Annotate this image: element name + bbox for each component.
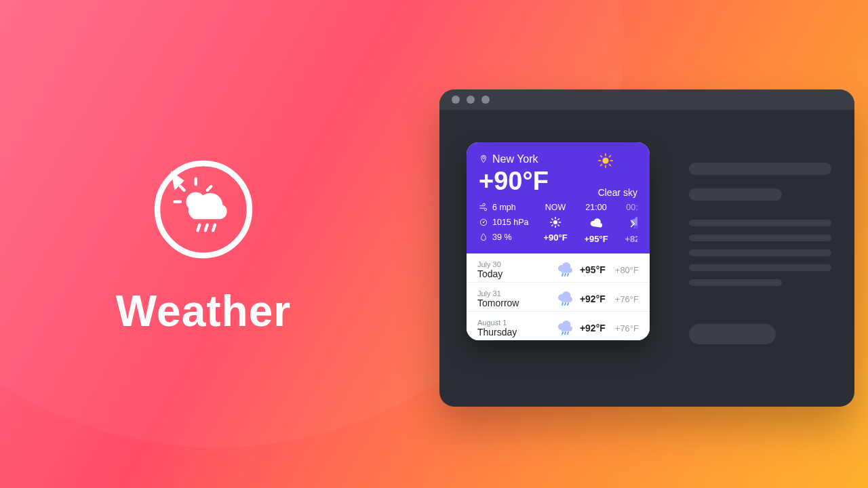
hourly-temp: +95°F bbox=[584, 234, 608, 244]
condition-text: Clear sky bbox=[598, 187, 637, 198]
cloud-rain-icon bbox=[557, 291, 574, 307]
daily-day: Tomorrow bbox=[477, 298, 519, 308]
skeleton-button bbox=[689, 324, 776, 344]
daily-date: August 1 bbox=[477, 319, 517, 327]
daily-high: +92°F bbox=[580, 293, 606, 304]
daily-row[interactable]: August 1 Thursday +92°F +76°F bbox=[467, 311, 650, 340]
hero-title: Weather bbox=[116, 286, 291, 336]
hourly-forecast[interactable]: NOW +90°F 21:00 +95°F 00:00 bbox=[538, 203, 637, 244]
svg-line-31 bbox=[205, 225, 208, 231]
daily-low: +76°F bbox=[615, 323, 639, 333]
traffic-light-close-icon[interactable] bbox=[452, 96, 460, 104]
browser-window: New York +90°F Clear sky 6 mph 1015 hPa … bbox=[439, 89, 854, 407]
humidity-icon bbox=[479, 232, 488, 242]
wind-value: 6 mph bbox=[492, 203, 516, 212]
humidity-value: 39 % bbox=[492, 232, 512, 242]
daily-row[interactable]: July 30 Today +95°F +80°F bbox=[467, 253, 650, 282]
svg-line-32 bbox=[213, 225, 215, 231]
condition-sun-icon bbox=[598, 153, 637, 168]
skeleton-line bbox=[689, 235, 831, 241]
svg-line-30 bbox=[198, 225, 200, 231]
daily-low: +80°F bbox=[615, 265, 639, 275]
traffic-light-minimize-icon[interactable] bbox=[467, 96, 475, 104]
cloud-rain-icon bbox=[557, 320, 574, 336]
daily-day: Thursday bbox=[477, 327, 517, 338]
svg-line-28 bbox=[180, 186, 184, 190]
cloud-icon bbox=[589, 216, 603, 230]
hourly-scroll-right-button[interactable] bbox=[627, 218, 637, 230]
hourly-item[interactable]: NOW +90°F bbox=[538, 203, 572, 244]
window-content: New York +90°F Clear sky 6 mph 1015 hPa … bbox=[439, 110, 854, 407]
traffic-light-zoom-icon[interactable] bbox=[481, 96, 490, 104]
svg-line-29 bbox=[208, 186, 212, 190]
pressure-icon bbox=[479, 218, 488, 227]
wind-icon bbox=[479, 203, 488, 212]
daily-high: +92°F bbox=[580, 323, 606, 333]
window-titlebar bbox=[439, 89, 854, 110]
sun-icon bbox=[549, 216, 561, 228]
hourly-item[interactable]: 21:00 +95°F bbox=[579, 203, 613, 244]
daily-day: Today bbox=[477, 268, 502, 279]
skeleton-line bbox=[689, 279, 782, 286]
skeleton-line bbox=[689, 188, 782, 201]
hero-section: Weather bbox=[0, 0, 407, 488]
metrics-block: 6 mph 1015 hPa 39 % bbox=[479, 203, 532, 242]
skeleton-line bbox=[689, 249, 831, 256]
daily-low: +76°F bbox=[615, 294, 639, 304]
daily-high: +95°F bbox=[580, 264, 606, 275]
hourly-temp: +82°F bbox=[625, 234, 637, 244]
pressure-value: 1015 hPa bbox=[492, 218, 529, 227]
promo-stage: Weather bbox=[0, 0, 868, 488]
daily-row[interactable]: July 31 Tomorrow +92°F +76°F bbox=[467, 282, 650, 311]
cloud-rain-icon bbox=[557, 262, 574, 278]
weather-logo-icon bbox=[146, 152, 261, 267]
location-pin-icon bbox=[479, 155, 488, 164]
hourly-temp: +90°F bbox=[543, 232, 567, 243]
hourly-time: 00:00 bbox=[626, 203, 637, 212]
daily-forecast: July 30 Today +95°F +80°F July 31 Tomorr… bbox=[467, 253, 650, 340]
daily-date: July 30 bbox=[477, 260, 502, 268]
skeleton-content bbox=[689, 163, 831, 344]
weather-card-header: New York +90°F Clear sky 6 mph 1015 hPa … bbox=[467, 142, 650, 253]
skeleton-line bbox=[689, 163, 831, 175]
skeleton-paragraph bbox=[689, 220, 831, 294]
skeleton-line bbox=[689, 220, 831, 226]
hourly-time: NOW bbox=[545, 203, 566, 212]
location-name: New York bbox=[492, 153, 538, 165]
daily-date: July 31 bbox=[477, 289, 519, 298]
weather-card[interactable]: New York +90°F Clear sky 6 mph 1015 hPa … bbox=[467, 142, 650, 340]
skeleton-line bbox=[689, 264, 831, 271]
hourly-time: 21:00 bbox=[585, 203, 606, 212]
